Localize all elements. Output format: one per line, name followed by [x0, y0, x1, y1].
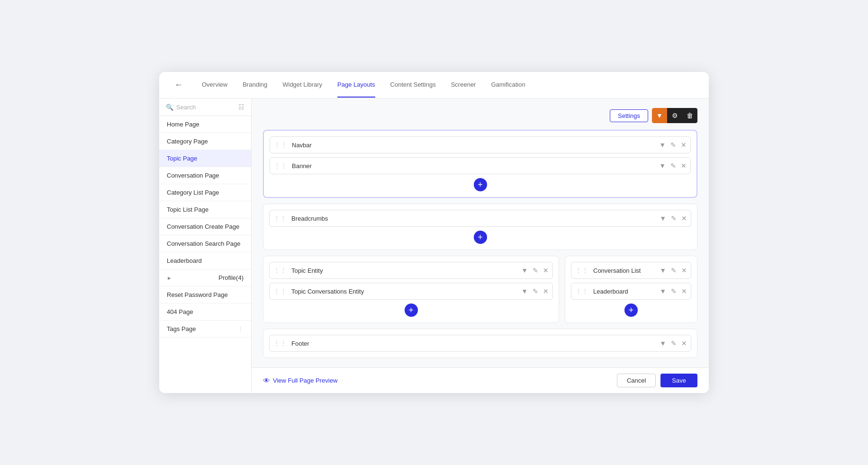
sidebar-item-home-page[interactable]: Home Page	[159, 116, 251, 133]
top-nav: ← Overview Branding Widget Library Page …	[159, 72, 709, 98]
widget-conversation-list-actions: ▼ ✎ ✕	[660, 267, 687, 274]
grid-icon[interactable]: ☷	[238, 103, 244, 111]
sidebar-item-404-page[interactable]: 404 Page	[159, 304, 251, 321]
edit-banner-icon[interactable]: ✎	[670, 162, 676, 170]
edit-navbar-icon[interactable]: ✎	[670, 141, 676, 149]
widget-row-navbar: ⋮⋮ Navbar ▼ ✎ ✕	[270, 136, 691, 153]
tab-content-settings[interactable]: Content Settings	[390, 72, 436, 98]
footer-bar: 👁 View Full Page Preview Cancel Save	[252, 367, 709, 393]
add-widget-section2-button[interactable]: +	[474, 231, 487, 244]
drag-handle-banner-icon: ⋮⋮	[274, 162, 287, 170]
cancel-button[interactable]: Cancel	[617, 374, 656, 387]
sidebar-item-topic-page[interactable]: Topic Page	[159, 150, 251, 167]
widget-leaderboard-label: Leaderboard	[593, 288, 660, 295]
delete-banner-icon[interactable]: ✕	[681, 162, 687, 170]
tab-widget-library[interactable]: Widget Library	[282, 72, 322, 98]
content-area: Settings ▼ ⚙ 🗑 ⋮⋮ Navbar ▼ ✎	[252, 98, 709, 367]
add-widget-right-col-button[interactable]: +	[624, 304, 638, 317]
widget-row-footer: ⋮⋮ Footer ▼ ✎ ✕	[269, 335, 691, 352]
filter-navbar-icon[interactable]: ▼	[659, 141, 666, 149]
widget-breadcrumbs-label: Breadcrumbs	[291, 215, 660, 222]
widget-leaderboard-actions: ▼ ✎ ✕	[660, 287, 687, 295]
sidebar-item-tags-page[interactable]: Tags Page ⋮	[159, 321, 251, 338]
widget-topic-conversations-actions: ▼ ✎ ✕	[521, 287, 549, 295]
sidebar-item-topic-list-page[interactable]: Topic List Page	[159, 201, 251, 218]
filter-conversation-list-icon[interactable]: ▼	[660, 267, 666, 274]
eye-icon: 👁	[263, 376, 270, 385]
delete-leaderboard-icon[interactable]: ✕	[681, 287, 687, 295]
edit-footer-icon[interactable]: ✎	[671, 340, 677, 347]
sidebar-item-conversation-search-page[interactable]: Conversation Search Page	[159, 235, 251, 252]
edit-conversation-list-icon[interactable]: ✎	[671, 267, 677, 274]
sidebar-item-reset-password[interactable]: Reset Password Page	[159, 286, 251, 304]
add-widget-section1-button[interactable]: +	[474, 178, 487, 191]
widget-navbar-actions: ▼ ✎ ✕	[659, 141, 687, 149]
gear-icon-button[interactable]: ⚙	[667, 108, 682, 123]
section-navbar-banner: ⋮⋮ Navbar ▼ ✎ ✕ ⋮⋮ Banner ▼ ✎	[263, 130, 697, 198]
filter-icon-button[interactable]: ▼	[652, 108, 667, 123]
main-area: 🔍 ☷ Home Page Category Page Topic Page C…	[159, 98, 709, 393]
widget-topic-conversations-label: Topic Conversations Entity	[291, 288, 521, 295]
collapse-arrow-icon: ►	[167, 275, 172, 281]
drag-handle-footer-icon: ⋮⋮	[273, 340, 287, 347]
widget-row-topic-conversations: ⋮⋮ Topic Conversations Entity ▼ ✎ ✕	[269, 283, 553, 300]
filter-banner-icon[interactable]: ▼	[659, 162, 666, 170]
sidebar-item-leaderboard[interactable]: Leaderboard	[159, 252, 251, 269]
filter-topic-conversations-icon[interactable]: ▼	[521, 287, 528, 295]
delete-conversation-list-icon[interactable]: ✕	[681, 267, 687, 274]
sidebar-search-bar: 🔍 ☷	[159, 98, 251, 116]
tab-overview[interactable]: Overview	[202, 72, 227, 98]
drag-handle-breadcrumbs-icon: ⋮⋮	[273, 215, 287, 222]
delete-topic-entity-icon[interactable]: ✕	[543, 267, 549, 274]
filter-footer-icon[interactable]: ▼	[660, 340, 666, 347]
widget-navbar-label: Navbar	[292, 142, 659, 149]
view-preview-label: View Full Page Preview	[273, 377, 337, 384]
filter-breadcrumbs-icon[interactable]: ▼	[660, 215, 666, 222]
sidebar-item-category-list-page[interactable]: Category List Page	[159, 184, 251, 201]
delete-footer-icon[interactable]: ✕	[681, 340, 687, 347]
widget-topic-entity-actions: ▼ ✎ ✕	[521, 267, 549, 274]
widget-row-topic-entity: ⋮⋮ Topic Entity ▼ ✎ ✕	[269, 262, 553, 279]
widget-row-conversation-list: ⋮⋮ Conversation List ▼ ✎ ✕	[571, 262, 691, 279]
tab-screener[interactable]: Screener	[451, 72, 476, 98]
delete-navbar-icon[interactable]: ✕	[681, 141, 687, 149]
sidebar-item-conversation-create-page[interactable]: Conversation Create Page	[159, 218, 251, 235]
sidebar-item-conversation-page[interactable]: Conversation Page	[159, 167, 251, 184]
search-icon: 🔍	[166, 104, 173, 111]
tab-branding[interactable]: Branding	[243, 72, 267, 98]
edit-leaderboard-icon[interactable]: ✎	[671, 287, 677, 295]
section-right-widgets: ⋮⋮ Conversation List ▼ ✎ ✕ ⋮⋮ Lead	[565, 256, 697, 323]
tab-gamification[interactable]: Gamification	[491, 72, 525, 98]
drag-handle-navbar-icon: ⋮⋮	[274, 141, 287, 149]
drag-handle-topic-conversations-icon: ⋮⋮	[273, 287, 287, 295]
add-widget-left-col-button[interactable]: +	[405, 304, 418, 317]
sidebar-item-profile[interactable]: ► Profile(4)	[159, 269, 251, 286]
view-preview-button[interactable]: 👁 View Full Page Preview	[263, 376, 337, 385]
toolbar-icons: ▼ ⚙ 🗑	[652, 108, 697, 123]
tab-page-layouts[interactable]: Page Layouts	[337, 72, 375, 98]
widget-footer-actions: ▼ ✎ ✕	[660, 340, 687, 347]
search-input[interactable]	[176, 104, 235, 111]
settings-button[interactable]: Settings	[610, 109, 648, 122]
back-button[interactable]: ←	[174, 80, 183, 90]
section-footer: ⋮⋮ Footer ▼ ✎ ✕	[263, 329, 697, 358]
edit-topic-entity-icon[interactable]: ✎	[533, 267, 538, 274]
app-window: ← Overview Branding Widget Library Page …	[159, 72, 709, 393]
delete-icon-button[interactable]: 🗑	[682, 108, 697, 123]
section-right-col: ⋮⋮ Conversation List ▼ ✎ ✕ ⋮⋮ Lead	[565, 256, 697, 323]
save-button[interactable]: Save	[660, 374, 697, 387]
filter-topic-entity-icon[interactable]: ▼	[521, 267, 528, 274]
edit-topic-conversations-icon[interactable]: ✎	[533, 287, 538, 295]
section-topic-widgets: ⋮⋮ Topic Entity ▼ ✎ ✕ ⋮⋮ Topic Con	[263, 256, 559, 323]
section-left-col: ⋮⋮ Topic Entity ▼ ✎ ✕ ⋮⋮ Topic Con	[263, 256, 559, 323]
sidebar-item-category-page[interactable]: Category Page	[159, 133, 251, 150]
section-two-col: ⋮⋮ Topic Entity ▼ ✎ ✕ ⋮⋮ Topic Con	[263, 256, 697, 323]
widget-footer-label: Footer	[291, 340, 660, 347]
delete-topic-conversations-icon[interactable]: ✕	[543, 287, 549, 295]
drag-handle-conversation-list-icon: ⋮⋮	[575, 267, 588, 274]
footer-actions: Cancel Save	[617, 374, 697, 387]
edit-breadcrumbs-icon[interactable]: ✎	[671, 215, 677, 222]
delete-breadcrumbs-icon[interactable]: ✕	[681, 215, 687, 222]
filter-leaderboard-icon[interactable]: ▼	[660, 287, 666, 295]
widget-banner-actions: ▼ ✎ ✕	[659, 162, 687, 170]
